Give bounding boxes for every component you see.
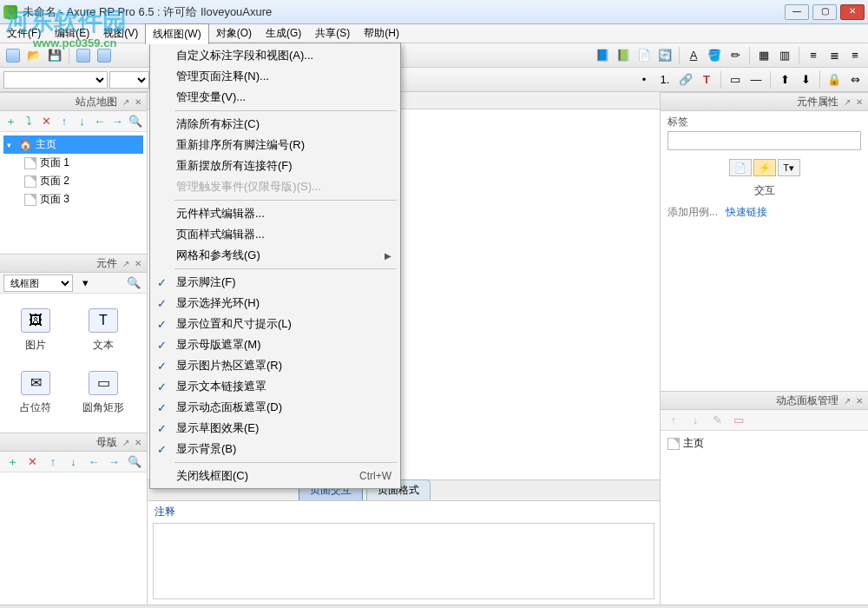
widget-library-select[interactable]: 线框图 — [3, 274, 73, 292]
add-case-text[interactable]: 添加用例... — [667, 206, 718, 218]
sitemap-root[interactable]: ▾ 🏠 主页 — [3, 135, 143, 154]
menu-item-1-0[interactable]: 清除所有标注(C) — [152, 114, 398, 135]
sitemap-delete[interactable]: ✕ — [39, 112, 54, 131]
masters-close[interactable]: ✕ — [135, 438, 141, 447]
menu-item-3-0[interactable]: ✓显示脚注(F) — [152, 272, 398, 293]
menu-item-3-4[interactable]: ✓显示图片热区遮罩(R) — [152, 355, 398, 376]
widgets-close[interactable]: ✕ — [135, 259, 141, 268]
widget-label-input[interactable] — [667, 131, 861, 150]
dynpanel-dup[interactable]: ▭ — [729, 411, 748, 430]
widgets-popout[interactable]: ↗ — [122, 259, 129, 268]
dynpanel-down[interactable]: ↓ — [686, 411, 705, 430]
master-left[interactable]: ← — [85, 453, 102, 472]
shape-line[interactable]: — — [746, 70, 766, 89]
menu-item-1-1[interactable]: 重新排序所有脚注编号(R) — [152, 135, 398, 155]
widget-0[interactable]: 🖼图片 — [3, 301, 68, 360]
sitemap-indent[interactable]: → — [110, 112, 125, 131]
masters-popout[interactable]: ↗ — [122, 438, 129, 447]
prop-tab-format[interactable]: T▾ — [778, 159, 800, 176]
menu-4[interactable]: 对象(O) — [209, 23, 259, 43]
master-up[interactable]: ↑ — [44, 453, 62, 472]
list-number[interactable]: 1. — [655, 70, 674, 89]
font-family-select[interactable] — [3, 71, 108, 89]
sitemap-up[interactable]: ↑ — [56, 112, 71, 131]
dynpanel-root[interactable]: 主页 — [664, 434, 865, 453]
menu-item-3-2[interactable]: ✓显示位置和尺寸提示(L) — [152, 314, 398, 334]
dynpanel-edit[interactable]: ✎ — [707, 411, 727, 430]
list-bullet[interactable]: • — [635, 70, 654, 89]
sitemap-popout[interactable]: ↗ — [122, 97, 129, 107]
menu-5[interactable]: 生成(G) — [259, 23, 308, 43]
properties-popout[interactable]: ↗ — [844, 97, 851, 107]
widget-1[interactable]: T文本 — [71, 301, 135, 360]
tool-word[interactable]: 📘 — [593, 46, 612, 65]
group-button[interactable]: ▦ — [754, 46, 773, 65]
menu-item-2-1[interactable]: 页面样式编辑器... — [152, 224, 398, 245]
fill-color-button[interactable]: 🪣 — [705, 46, 724, 65]
minimize-button[interactable]: — — [785, 4, 809, 20]
tool-doc[interactable]: 📄 — [635, 46, 654, 65]
menu-1[interactable]: 编辑(E) — [48, 23, 96, 43]
quick-link[interactable]: 快速链接 — [726, 206, 767, 218]
sitemap-outdent[interactable]: ← — [92, 112, 107, 131]
menu-item-3-7[interactable]: ✓显示草图效果(E) — [152, 418, 398, 439]
menu-item-4-0[interactable]: 关闭线框图(C)Ctrl+W — [152, 466, 398, 486]
new-button[interactable] — [3, 46, 23, 65]
sitemap-page-0[interactable]: 页面 1 — [3, 154, 143, 172]
menu-6[interactable]: 共享(S) — [308, 23, 357, 43]
page-notes-area[interactable] — [153, 523, 654, 599]
align-right-button[interactable]: ≡ — [845, 46, 865, 65]
menu-item-0-0[interactable]: 自定义标注字段和视图(A)... — [152, 45, 398, 66]
widget-3[interactable]: ▭圆角矩形 — [71, 363, 135, 422]
tool-excel[interactable]: 📗 — [614, 46, 633, 65]
menu-item-3-1[interactable]: ✓显示选择光环(H) — [152, 293, 398, 314]
tool-btn-2[interactable] — [95, 46, 114, 65]
order-front[interactable]: ⬆ — [775, 70, 794, 89]
open-button[interactable]: 📂 — [24, 46, 43, 65]
menu-item-0-1[interactable]: 管理页面注释(N)... — [152, 66, 398, 87]
master-down[interactable]: ↓ — [64, 453, 82, 472]
sitemap-add[interactable]: ＋ — [3, 112, 18, 131]
tool-refresh[interactable]: 🔄 — [655, 46, 674, 65]
menu-item-2-2[interactable]: 网格和参考线(G)▶ — [152, 245, 398, 266]
dynpanel-up[interactable]: ↑ — [664, 411, 683, 430]
font-color-button[interactable]: A — [684, 46, 703, 65]
master-delete[interactable]: ✕ — [23, 453, 41, 472]
sitemap-add-child[interactable]: ⤵ — [21, 112, 36, 131]
prop-tab-interactions[interactable]: ⚡ — [753, 159, 776, 176]
tool-btn-1[interactable] — [74, 46, 93, 65]
sitemap-search[interactable]: 🔍 — [128, 112, 143, 131]
dynpanel-close[interactable]: ✕ — [856, 396, 863, 406]
font-size-select[interactable] — [109, 71, 149, 89]
maximize-button[interactable]: ▢ — [812, 4, 837, 20]
lock-button[interactable]: 🔒 — [825, 70, 844, 89]
prop-tab-notes[interactable]: 📄 — [729, 159, 752, 176]
link-button[interactable]: 🔗 — [676, 70, 695, 89]
text-tool[interactable]: T — [697, 70, 716, 89]
menu-7[interactable]: 帮助(H) — [357, 23, 406, 43]
menu-2[interactable]: 视图(V) — [96, 23, 145, 43]
menu-item-0-2[interactable]: 管理变量(V)... — [152, 87, 398, 108]
align-left-button[interactable]: ≡ — [804, 46, 823, 65]
master-add[interactable]: ＋ — [3, 453, 21, 472]
sitemap-page-1[interactable]: 页面 2 — [3, 172, 143, 190]
line-color-button[interactable]: ✏ — [726, 46, 745, 65]
dynpanel-popout[interactable]: ↗ — [844, 396, 851, 406]
distribute-button[interactable]: ⇔ — [845, 70, 865, 89]
menu-0[interactable]: 文件(F) — [0, 23, 48, 43]
widget-lib-options[interactable]: ▾ — [76, 274, 95, 293]
menu-item-3-3[interactable]: ✓显示母版遮罩(M) — [152, 334, 398, 355]
menu-item-3-8[interactable]: ✓显示背景(B) — [152, 439, 398, 459]
save-button[interactable]: 💾 — [45, 46, 64, 65]
menu-item-3-6[interactable]: ✓显示动态面板遮罩(D) — [152, 397, 398, 418]
properties-close[interactable]: ✕ — [856, 97, 863, 107]
menu-item-1-2[interactable]: 重新摆放所有连接符(F) — [152, 155, 398, 176]
order-back[interactable]: ⬇ — [796, 70, 815, 89]
close-button[interactable]: ✕ — [840, 4, 865, 20]
sitemap-close[interactable]: ✕ — [135, 97, 141, 107]
align-center-button[interactable]: ≣ — [825, 46, 844, 65]
master-search[interactable]: 🔍 — [126, 453, 143, 472]
widget-search[interactable]: 🔍 — [124, 274, 143, 293]
shape-rect[interactable]: ▭ — [726, 70, 745, 89]
master-right[interactable]: → — [105, 453, 122, 472]
